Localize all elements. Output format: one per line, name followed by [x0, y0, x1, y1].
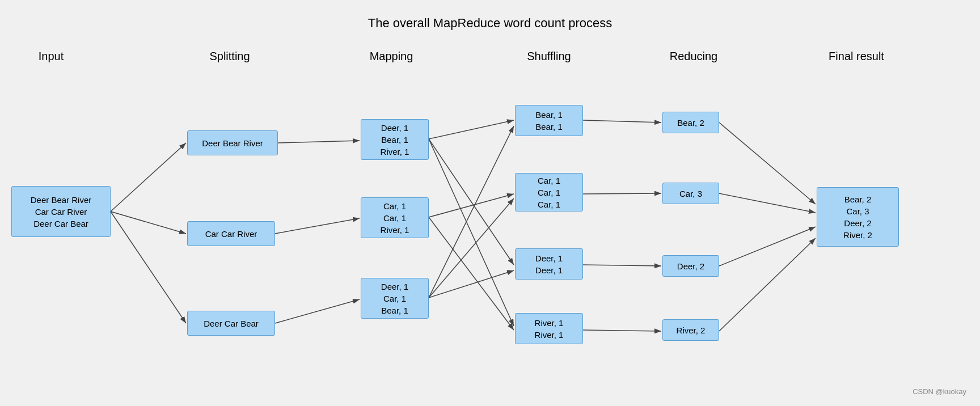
box-shuf1: Bear, 1Bear, 1 [515, 105, 583, 136]
diagram-container: The overall MapReduce word count process… [0, 0, 980, 406]
svg-line-19 [719, 122, 816, 204]
stage-shuffling: Shuffling [504, 50, 594, 63]
box-shuf2: Car, 1Car, 1Car, 1 [515, 173, 583, 212]
svg-line-8 [429, 139, 514, 326]
box-map1: Deer, 1Bear, 1River, 1 [361, 119, 429, 160]
box-red3: Deer, 2 [662, 255, 719, 277]
box-shuf4: River, 1River, 1 [515, 313, 583, 344]
box-input: Deer Bear RiverCar Car RiverDeer Car Bea… [11, 186, 111, 237]
stage-splitting: Splitting [179, 50, 281, 63]
box-shuf3: Deer, 1Deer, 1 [515, 248, 583, 280]
svg-line-7 [429, 120, 514, 139]
svg-line-3 [111, 212, 186, 323]
svg-line-16 [583, 193, 661, 194]
svg-line-1 [111, 143, 186, 212]
svg-line-17 [583, 265, 661, 266]
svg-line-6 [275, 299, 360, 323]
box-split1: Deer Bear River [187, 130, 278, 155]
svg-line-14 [429, 270, 514, 298]
svg-line-2 [111, 212, 186, 234]
svg-line-10 [429, 194, 514, 217]
svg-line-4 [278, 141, 360, 143]
svg-line-11 [429, 217, 514, 330]
svg-line-13 [429, 198, 514, 298]
stage-input: Input [11, 50, 91, 63]
box-map3: Deer, 1Car, 1Bear, 1 [361, 278, 429, 319]
svg-line-5 [275, 218, 360, 234]
box-split3: Deer Car Bear [187, 311, 275, 336]
diagram-title: The overall MapReduce word count process [0, 16, 980, 31]
stage-reducing: Reducing [651, 50, 736, 63]
box-map2: Car, 1Car, 1River, 1 [361, 197, 429, 238]
svg-line-22 [719, 238, 816, 331]
svg-line-9 [429, 139, 514, 265]
svg-line-21 [719, 227, 816, 266]
svg-line-18 [583, 330, 661, 331]
watermark: CSDN @kuokay [913, 387, 966, 396]
svg-line-12 [429, 126, 514, 298]
box-final: Bear, 2Car, 3Deer, 2River, 2 [817, 187, 899, 247]
box-red2: Car, 3 [662, 183, 719, 204]
box-split2: Car Car River [187, 221, 275, 246]
svg-line-15 [583, 120, 661, 122]
box-red1: Bear, 2 [662, 112, 719, 133]
svg-line-20 [719, 193, 816, 213]
stage-final: Final result [800, 50, 913, 63]
box-red4: River, 2 [662, 319, 719, 341]
stage-mapping: Mapping [346, 50, 437, 63]
